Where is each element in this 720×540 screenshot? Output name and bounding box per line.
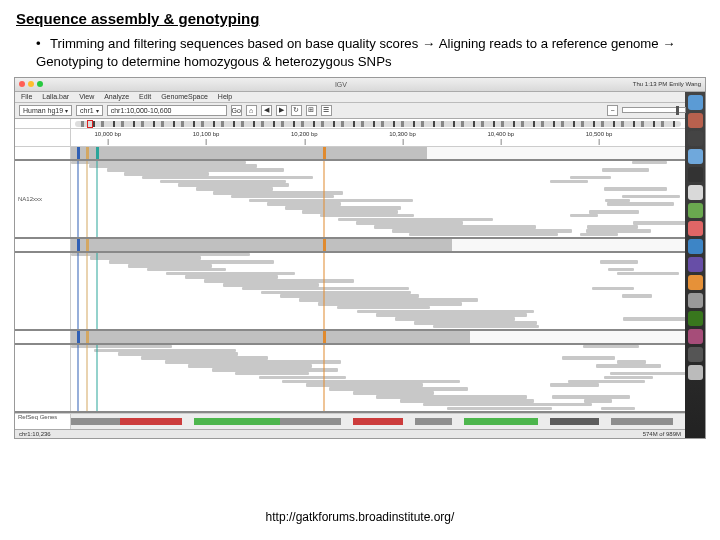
macos-dock[interactable] — [685, 92, 705, 438]
igv-menubar[interactable]: File Lalla.bar View Analyze Edit GenomeS… — [15, 92, 705, 103]
menubar-user: Emily Wang — [669, 81, 701, 87]
igv-screenshot: IGV Thu 1:13 PM Emily Wang File Lalla.ba… — [14, 77, 706, 439]
menu-item[interactable]: View — [79, 93, 94, 100]
menu-item[interactable]: Analyze — [104, 93, 129, 100]
ruler-tick: 10,200 bp — [291, 131, 318, 137]
zoom-slider[interactable] — [622, 107, 686, 113]
back-button[interactable]: ◀ — [261, 105, 272, 116]
dock-app-icon[interactable] — [688, 167, 703, 182]
dock-app-icon[interactable] — [688, 95, 703, 110]
alignment-track[interactable] — [15, 253, 685, 331]
status-bar: chr1:10,236 574M of 989M — [15, 429, 685, 438]
dock-app-icon[interactable] — [688, 329, 703, 344]
ruler-tick: 10,100 bp — [193, 131, 220, 137]
coverage-track[interactable] — [15, 331, 685, 345]
refresh-button[interactable]: ↻ — [291, 105, 302, 116]
mac-title-bar: IGV Thu 1:13 PM Emily Wang — [15, 78, 705, 92]
menu-item[interactable]: Help — [218, 93, 232, 100]
dock-app-icon[interactable] — [688, 149, 703, 164]
window-title: IGV — [49, 81, 633, 88]
bullet-part1: Trimming and filtering sequences based o… — [50, 36, 418, 51]
status-memory: 574M of 989M — [643, 431, 681, 437]
bullet-part3: Genotyping to determine homozygous & het… — [36, 54, 392, 69]
bullet-text: •Trimming and filtering sequences based … — [0, 35, 720, 77]
genome-ruler[interactable]: 10,000 bp10,100 bp10,200 bp10,300 bp10,4… — [15, 129, 685, 147]
dock-app-icon[interactable] — [688, 221, 703, 236]
genome-select[interactable]: Human hg19▾ — [19, 105, 72, 116]
ruler-tick: 10,400 bp — [487, 131, 514, 137]
dock-app-icon[interactable] — [688, 311, 703, 326]
locus-input[interactable]: chr1:10,000-10,600 — [107, 105, 227, 116]
alignment-track[interactable] — [15, 345, 685, 413]
chevron-down-icon: ▾ — [96, 107, 99, 114]
arrow-icon: → — [659, 36, 676, 51]
menu-item[interactable]: GenomeSpace — [161, 93, 208, 100]
slide-title: Sequence assembly & genotyping — [0, 0, 720, 35]
dock-app-icon[interactable] — [688, 293, 703, 308]
coverage-track[interactable] — [15, 239, 685, 253]
zoom-out-button[interactable]: − — [607, 105, 618, 116]
dock-app-icon[interactable] — [688, 185, 703, 200]
arrow-icon: → — [418, 36, 439, 51]
dock-app-icon[interactable] — [688, 275, 703, 290]
zoom-icon[interactable] — [37, 81, 43, 87]
tool-button[interactable]: ⊞ — [306, 105, 317, 116]
dock-app-icon[interactable] — [688, 239, 703, 254]
ideogram-row[interactable] — [15, 119, 685, 129]
close-icon[interactable] — [19, 81, 25, 87]
dock-app-icon[interactable] — [688, 257, 703, 272]
ruler-tick: 10,500 bp — [586, 131, 613, 137]
dock-app-icon[interactable] — [688, 347, 703, 362]
traffic-lights[interactable] — [19, 81, 43, 87]
igv-data-panel[interactable]: 10,000 bp10,100 bp10,200 bp10,300 bp10,4… — [15, 119, 685, 438]
tool-button[interactable]: ☰ — [321, 105, 332, 116]
igv-toolbar: Human hg19▾ chr1▾ chr1:10,000-10,600 Go … — [15, 103, 705, 119]
dock-app-icon[interactable] — [688, 131, 703, 146]
coverage-track[interactable] — [15, 147, 685, 161]
status-locus: chr1:10,236 — [19, 431, 51, 437]
bullet-part2: Aligning reads to a reference genome — [439, 36, 659, 51]
ruler-tick: 10,000 bp — [94, 131, 121, 137]
dock-app-icon[interactable] — [688, 365, 703, 380]
minimize-icon[interactable] — [28, 81, 34, 87]
menu-item[interactable]: File — [21, 93, 32, 100]
go-button[interactable]: Go — [231, 105, 242, 116]
chromosome-select[interactable]: chr1▾ — [76, 105, 103, 116]
dock-app-icon[interactable] — [688, 113, 703, 128]
menubar-clock: Thu 1:13 PM — [633, 81, 667, 87]
menu-item[interactable]: Lalla.bar — [42, 93, 69, 100]
home-button[interactable]: ⌂ — [246, 105, 257, 116]
ruler-tick: 10,300 bp — [389, 131, 416, 137]
forward-button[interactable]: ▶ — [276, 105, 287, 116]
citation-url: http://gatkforums.broadinstitute.org/ — [0, 510, 720, 524]
chevron-down-icon: ▾ — [65, 107, 68, 114]
menu-item[interactable]: Edit — [139, 93, 151, 100]
alignment-track[interactable]: NA12xxx — [15, 161, 685, 239]
dock-app-icon[interactable] — [688, 203, 703, 218]
